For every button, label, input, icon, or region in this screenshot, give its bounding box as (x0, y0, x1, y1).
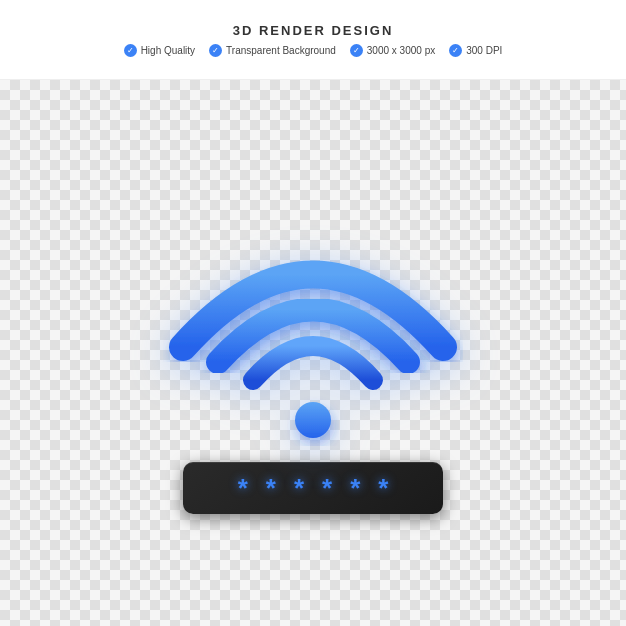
badge-resolution: ✓ 3000 x 3000 px (350, 44, 435, 57)
check-icon-1: ✓ (124, 44, 137, 57)
check-icon-2: ✓ (209, 44, 222, 57)
page-wrapper: 3D RENDER DESIGN ✓ High Quality ✓ Transp… (0, 0, 626, 626)
badge-label-1: High Quality (141, 45, 195, 56)
badge-high-quality: ✓ High Quality (124, 44, 195, 57)
asterisk-6: * (378, 475, 388, 501)
badge-label-2: Transparent Background (226, 45, 336, 56)
svg-point-0 (295, 402, 331, 438)
badges-row: ✓ High Quality ✓ Transparent Background … (124, 44, 503, 57)
check-icon-3: ✓ (350, 44, 363, 57)
asterisk-5: * (350, 475, 360, 501)
asterisk-3: * (294, 475, 304, 501)
check-icon-4: ✓ (449, 44, 462, 57)
page-title: 3D RENDER DESIGN (233, 23, 394, 38)
asterisk-4: * (322, 475, 332, 501)
header: 3D RENDER DESIGN ✓ High Quality ✓ Transp… (0, 0, 626, 80)
badge-transparent: ✓ Transparent Background (209, 44, 336, 57)
badge-label-4: 300 DPI (466, 45, 502, 56)
badge-label-3: 3000 x 3000 px (367, 45, 435, 56)
main-content: * * * * * * (0, 80, 626, 626)
wifi-icon (163, 192, 463, 472)
asterisk-2: * (266, 475, 276, 501)
asterisk-1: * (238, 475, 248, 501)
wifi-icon-container (163, 192, 463, 472)
badge-dpi: ✓ 300 DPI (449, 44, 502, 57)
